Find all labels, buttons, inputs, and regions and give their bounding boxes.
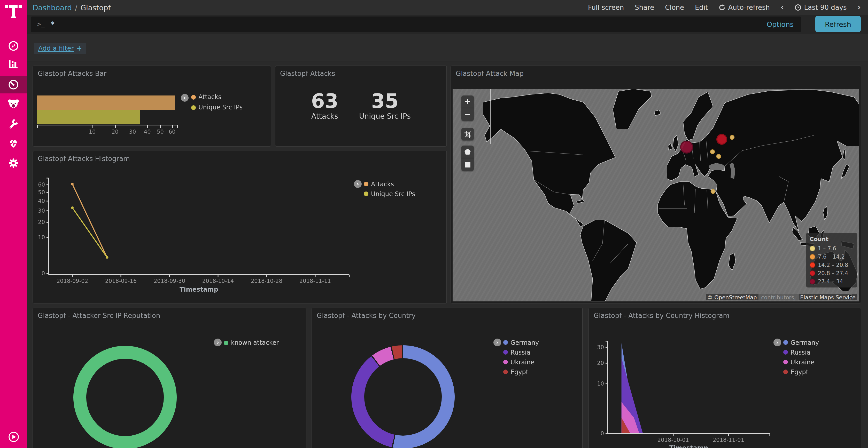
top-navigation-bar: Dashboard / Glastopf Full screen Share C… <box>27 0 868 15</box>
panel-title: Glastopf Attacks <box>280 70 335 77</box>
sidebar-item-dashboard[interactable] <box>0 76 27 94</box>
legend-dot <box>810 254 815 260</box>
options-link[interactable]: Options <box>767 20 794 28</box>
sidebar-item-dev-tools[interactable] <box>0 115 27 133</box>
terminal-prompt-icon: >_ <box>37 21 45 28</box>
legend-expand-chevron[interactable]: › <box>214 339 222 346</box>
legend-dot <box>783 340 788 345</box>
svg-text:10: 10 <box>597 381 604 387</box>
panel-glastopf-attacks-bar: Glastopf Attacks Bar 102030405060 › Atta… <box>33 66 271 146</box>
legend-item-egypt[interactable]: Egypt <box>503 367 539 377</box>
svg-text:30: 30 <box>38 208 45 214</box>
legend-expand-chevron[interactable]: › <box>181 94 189 102</box>
metric-group: 63 Attacks 35 Unique Src IPs <box>275 91 446 120</box>
legend-item: 1 – 7.6 <box>810 244 854 252</box>
legend-item-attacks[interactable]: Attacks <box>191 92 243 102</box>
gear-icon <box>8 158 19 169</box>
legend: Germany Russia Ukraine Egypt <box>783 338 819 377</box>
panel-glastopf-attack-map: Glastopf Attack Map <box>451 66 861 304</box>
legend: Attacks Unique Src IPs <box>364 179 415 199</box>
map-fit-bounds-button[interactable] <box>461 128 474 140</box>
legend-item-unique-src-ips[interactable]: Unique Src IPs <box>364 189 415 199</box>
sidebar-item-management[interactable] <box>0 154 27 172</box>
legend-dot <box>810 245 815 251</box>
edit-button[interactable]: Edit <box>695 4 708 11</box>
legend-item: 14.2 – 20.8 <box>810 261 854 269</box>
svg-text:2018-11-01: 2018-11-01 <box>713 437 744 443</box>
legend-item-ukraine[interactable]: Ukraine <box>503 357 539 367</box>
legend-item-germany[interactable]: Germany <box>503 338 539 347</box>
ems-attribution-link[interactable]: Elastic Maps Service <box>799 294 857 300</box>
legend-expand-chevron[interactable]: › <box>773 339 781 346</box>
legend-item-attacks[interactable]: Attacks <box>364 179 415 189</box>
legend-item-unique-src-ips[interactable]: Unique Src IPs <box>191 102 243 112</box>
x-axis-label: Timestamp <box>49 286 349 293</box>
search-input[interactable] <box>50 20 767 29</box>
panel-glastopf-attacker-src-ip-reputation: Glastopf - Attacker Src IP Reputation › … <box>33 308 306 448</box>
heartbeat-icon <box>8 138 19 149</box>
panel-title: Glastopf - Attacks by Country <box>317 312 416 319</box>
legend-dot <box>364 192 368 196</box>
metric-attacks: 63 Attacks <box>311 91 338 120</box>
map-count-legend: Count 1 – 7.6 7.6 – 14.2 14.2 – 20.8 20.… <box>806 233 857 287</box>
legend-item-russia[interactable]: Russia <box>783 347 819 357</box>
map-polygon-tool-button[interactable] <box>461 145 474 158</box>
legend-dot <box>810 278 815 284</box>
svg-text:60: 60 <box>38 182 45 188</box>
sidebar-item-visualize[interactable] <box>0 55 27 73</box>
legend-item-russia[interactable]: Russia <box>503 347 539 357</box>
clone-button[interactable]: Clone <box>665 4 684 11</box>
map-zoom-in-button[interactable]: + <box>461 96 474 108</box>
legend-item-egypt[interactable]: Egypt <box>783 367 819 377</box>
bar-attacks[interactable] <box>37 96 176 110</box>
add-filter-link[interactable]: Add a filter + <box>34 43 86 54</box>
sidebar-item-discover[interactable] <box>0 37 27 55</box>
world-map[interactable]: + − Count 1 – 7.6 7.6 – 14.2 14.2 – 20.8… <box>453 89 859 302</box>
panel-glastopf-attacks-by-country: Glastopf - Attacks by Country › Germany … <box>312 308 583 448</box>
time-back-arrow[interactable]: ‹ <box>781 4 784 11</box>
sidebar-item-monitoring[interactable] <box>0 135 27 152</box>
metric-unique-src-ips: 35 Unique Src IPs <box>359 91 411 120</box>
legend-expand-chevron[interactable]: › <box>493 339 501 346</box>
collapse-nav-button[interactable] <box>8 432 19 442</box>
sidebar-item-timelion[interactable] <box>0 95 27 112</box>
refresh-button[interactable]: Refresh <box>815 16 861 32</box>
bar-unique-src-ips[interactable] <box>37 110 140 125</box>
legend-dot <box>224 340 228 345</box>
svg-text:2018-09-16: 2018-09-16 <box>105 278 137 284</box>
time-forward-arrow[interactable]: › <box>858 4 861 11</box>
legend-item-known-attacker[interactable]: known attacker <box>224 338 279 348</box>
legend-item-germany[interactable]: Germany <box>783 338 819 347</box>
legend: Germany Russia Ukraine Egypt <box>503 338 539 377</box>
bar-chart-icon <box>8 58 19 70</box>
top-menu: Full screen Share Clone Edit Auto-refres… <box>588 4 868 11</box>
osm-attribution-link[interactable]: © OpenStreetMap <box>706 294 758 300</box>
telekom-logo-icon[interactable] <box>5 3 22 21</box>
legend-dot <box>503 340 508 345</box>
share-button[interactable]: Share <box>635 4 654 11</box>
query-input-box[interactable]: >_ Options <box>31 16 801 32</box>
svg-text:20: 20 <box>38 219 45 225</box>
reputation-donut-chart[interactable] <box>73 346 177 448</box>
bear-icon <box>7 98 20 109</box>
svg-text:0: 0 <box>41 271 45 277</box>
metric-value: 63 <box>311 91 338 111</box>
auto-refresh-button[interactable]: Auto-refresh <box>719 4 770 11</box>
clock-icon <box>795 4 801 11</box>
breadcrumb-dashboard-link[interactable]: Dashboard <box>33 3 72 12</box>
crop-icon <box>464 130 471 138</box>
legend-expand-chevron[interactable]: › <box>354 180 362 188</box>
map-zoom-out-button[interactable]: − <box>461 108 474 121</box>
country-donut-chart[interactable] <box>351 345 455 448</box>
svg-text:40: 40 <box>38 198 45 204</box>
time-range-picker[interactable]: Last 90 days <box>795 4 846 11</box>
map-rectangle-tool-button[interactable] <box>461 158 474 171</box>
svg-text:0: 0 <box>601 430 604 437</box>
plus-icon: + <box>76 44 82 52</box>
fullscreen-button[interactable]: Full screen <box>588 4 624 11</box>
metric-label: Unique Src IPs <box>359 112 411 120</box>
legend-item-ukraine[interactable]: Ukraine <box>783 357 819 367</box>
page: Dashboard / Glastopf Full screen Share C… <box>0 0 868 448</box>
legend-dot <box>191 105 196 110</box>
svg-text:2018-11-11: 2018-11-11 <box>300 278 331 284</box>
